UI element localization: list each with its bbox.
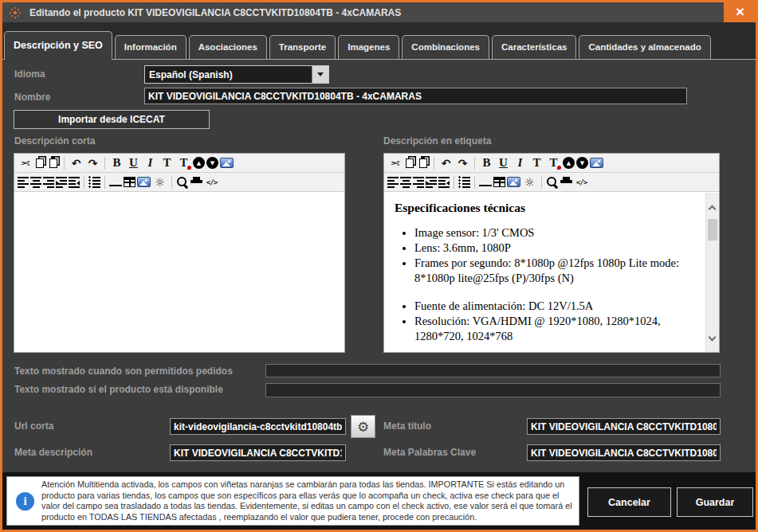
meta-titulo-input[interactable] xyxy=(527,418,721,435)
table-icon[interactable] xyxy=(124,177,135,187)
bullet-item: Frames por segundo: 8*1080p @12fps 1080p… xyxy=(414,256,703,286)
outdent-icon[interactable] xyxy=(69,176,80,188)
spec-list-2: Fuente de alimentación: DC 12V/1.5AResol… xyxy=(384,299,703,344)
toolbar-separator xyxy=(84,176,84,189)
align-right-icon[interactable] xyxy=(413,176,424,188)
cut-icon[interactable]: ✂ xyxy=(387,155,403,170)
toolbar-separator xyxy=(474,157,475,170)
copy-icon[interactable] xyxy=(36,158,44,168)
meta-descripcion-input[interactable] xyxy=(170,444,346,461)
horizontal-rule-icon[interactable] xyxy=(109,185,122,186)
text-format-icon[interactable]: T xyxy=(529,155,544,170)
tab-informacion[interactable]: Información xyxy=(115,35,187,59)
bullet-list-icon[interactable] xyxy=(88,176,100,188)
underline-icon[interactable]: U xyxy=(126,155,141,170)
print-icon[interactable] xyxy=(560,177,572,187)
scroll-up-icon[interactable] xyxy=(709,205,717,213)
paste-icon[interactable] xyxy=(49,158,57,168)
redo-icon[interactable]: ↷ xyxy=(85,155,100,170)
tab-caracteristicas[interactable]: Características xyxy=(492,35,576,59)
align-center-icon[interactable] xyxy=(30,176,41,188)
horizontal-rule-icon[interactable] xyxy=(479,185,492,186)
editor-toolbar-row2: ☼</> xyxy=(384,173,719,192)
toolbar-separator xyxy=(104,157,105,170)
source-code-icon[interactable]: </> xyxy=(204,174,219,190)
copy-icon[interactable] xyxy=(406,158,414,168)
indent-icon[interactable] xyxy=(56,176,67,188)
cut-icon[interactable]: ✂ xyxy=(18,155,33,170)
multistore-notice: i Atención Multitienda activada, los cam… xyxy=(6,476,579,526)
align-right-icon[interactable] xyxy=(43,176,54,188)
info-icon: i xyxy=(16,492,34,510)
label-description-editor: ✂↶↷BUITT▲▼ ☼</> Especificaciones técnica… xyxy=(383,153,720,353)
close-button[interactable]: × xyxy=(724,1,756,22)
save-button[interactable]: Guardar xyxy=(677,487,753,517)
tab-descripcion-seo[interactable]: Descripción y SEO xyxy=(4,31,112,60)
search-icon[interactable] xyxy=(546,176,559,189)
paste-icon[interactable] xyxy=(419,158,427,168)
print-icon[interactable] xyxy=(190,177,202,187)
window-title: Editando el producto KIT VIDEOVIGILANCIA… xyxy=(29,7,401,18)
undo-icon[interactable]: ↶ xyxy=(438,155,454,170)
title-bar: Editando el producto KIT VIDEOVIGILANCIA… xyxy=(2,2,756,22)
editor-heading: Especificaciones técnicas xyxy=(395,201,703,215)
idioma-dropdown-button[interactable] xyxy=(312,66,328,83)
indent-icon[interactable] xyxy=(426,176,437,188)
insert-image-icon[interactable] xyxy=(590,158,603,168)
hotspot-icon[interactable]: ☼ xyxy=(152,174,167,190)
italic-icon[interactable]: I xyxy=(513,155,528,170)
product-editor-window: Editando el producto KIT VIDEOVIGILANCIA… xyxy=(0,0,758,532)
meta-keywords-input[interactable] xyxy=(527,444,721,461)
scrollbar-thumb[interactable] xyxy=(708,219,717,241)
circle-down-icon[interactable]: ▼ xyxy=(206,157,218,169)
align-center-icon[interactable] xyxy=(400,176,411,188)
circle-up-icon[interactable]: ▲ xyxy=(193,157,205,169)
app-burst-icon xyxy=(14,11,17,14)
tab-cantidades-almacenado[interactable]: Cantidades y almacenado xyxy=(579,35,710,59)
toolbar-separator xyxy=(454,176,454,189)
italic-icon[interactable]: I xyxy=(143,155,158,170)
cancel-button[interactable]: Cancelar xyxy=(587,487,671,517)
outdent-icon[interactable] xyxy=(438,176,450,188)
scroll-down-icon[interactable] xyxy=(709,334,717,342)
redo-icon[interactable]: ↷ xyxy=(455,155,470,170)
image-edit-icon[interactable] xyxy=(137,177,151,187)
tab-asociaciones[interactable]: Asociaciones xyxy=(189,35,267,59)
toolbar-separator xyxy=(474,176,475,189)
nombre-input[interactable] xyxy=(144,88,687,104)
short-description-editor-content[interactable] xyxy=(14,193,344,352)
texto-disponible-input[interactable] xyxy=(265,383,721,397)
texto-pedidos-input[interactable] xyxy=(265,364,721,377)
toolbar-separator xyxy=(171,176,172,189)
tab-imagenes[interactable]: Imagenes xyxy=(338,35,399,59)
text-color-icon[interactable]: T xyxy=(546,155,561,170)
tab-combinaciones[interactable]: Combinaciones xyxy=(402,35,489,59)
import-icecat-button[interactable]: Importar desde ICECAT xyxy=(14,110,210,129)
search-icon[interactable] xyxy=(176,176,189,189)
bullet-list-icon[interactable] xyxy=(458,176,470,188)
footer-bar: i Atención Multitienda activada, los cam… xyxy=(2,472,756,530)
text-format-icon[interactable]: T xyxy=(159,155,175,170)
align-left-icon[interactable] xyxy=(18,176,29,188)
circle-down-icon[interactable]: ▼ xyxy=(576,157,588,169)
align-left-icon[interactable] xyxy=(387,176,399,188)
bold-icon[interactable]: B xyxy=(479,155,494,170)
label-description-editor-content[interactable]: Especificaciones técnicas Image sensor: … xyxy=(384,193,719,352)
toolbar-separator xyxy=(64,157,65,170)
insert-image-icon[interactable] xyxy=(220,158,234,168)
idioma-select[interactable]: Español (Spanish) xyxy=(144,65,329,84)
circle-up-icon[interactable]: ▲ xyxy=(563,157,575,169)
source-code-icon[interactable]: </> xyxy=(574,174,589,190)
text-color-icon[interactable]: T xyxy=(176,155,191,170)
url-regenerate-button[interactable]: ⚙ xyxy=(351,415,375,438)
undo-icon[interactable]: ↶ xyxy=(69,155,84,170)
bold-icon[interactable]: B xyxy=(109,155,124,170)
bullet-item: Fuente de alimentación: DC 12V/1.5A xyxy=(414,299,703,314)
image-edit-icon[interactable] xyxy=(507,177,520,187)
underline-icon[interactable]: U xyxy=(496,155,511,170)
hotspot-icon[interactable]: ☼ xyxy=(522,174,537,190)
url-corta-input[interactable] xyxy=(170,418,346,435)
table-icon[interactable] xyxy=(493,177,505,187)
editor-scrollbar[interactable] xyxy=(705,193,719,352)
tab-transporte[interactable]: Transporte xyxy=(269,35,336,59)
